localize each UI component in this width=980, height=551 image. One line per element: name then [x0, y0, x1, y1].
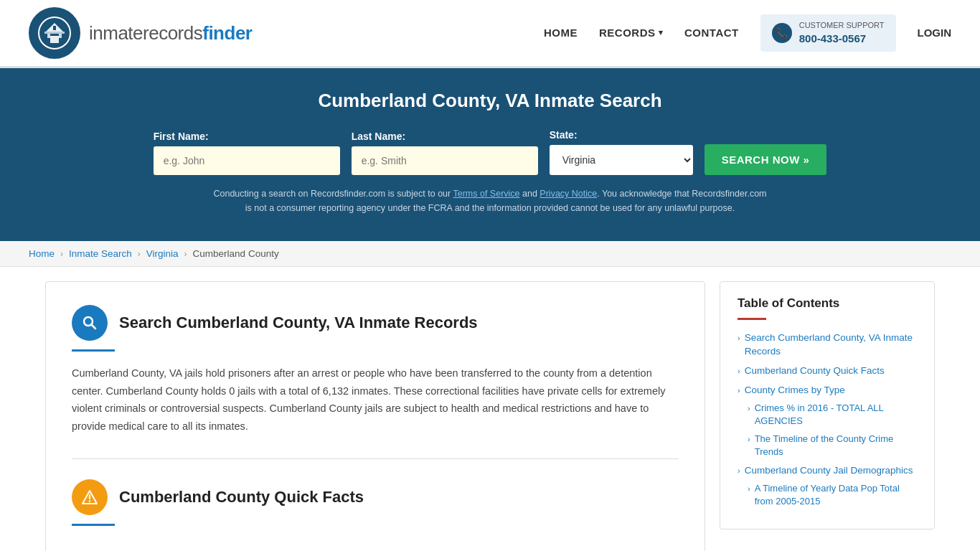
breadcrumb-sep-3: ›	[184, 249, 187, 259]
support-box: 📞 CUSTOMER SUPPORT 800-433-0567	[760, 14, 896, 52]
first-name-input[interactable]	[154, 146, 340, 175]
last-name-label: Last Name:	[352, 131, 538, 142]
last-name-group: Last Name:	[352, 131, 538, 175]
toc-sub-item-4a: › A Timeline of Yearly Data Pop Total fr…	[748, 482, 917, 508]
nav-contact[interactable]: CONTACT	[684, 27, 739, 39]
phone-icon: 📞	[772, 23, 792, 43]
disclaimer-text: Conducting a search on Recordsfinder.com…	[210, 187, 770, 215]
section1-divider	[72, 349, 115, 352]
toc-link-3[interactable]: › County Crimes by Type	[738, 384, 917, 397]
toc-chevron-2: ›	[738, 366, 740, 377]
article: Search Cumberland County, VA Inmate Reco…	[45, 281, 705, 551]
logo-area: inmaterecordsfinder	[29, 7, 252, 59]
page-title: Cumberland County, VA Inmate Search	[29, 90, 951, 112]
section2-header: Cumberland County Quick Facts	[72, 479, 679, 515]
svg-rect-5	[47, 34, 50, 38]
toc-sub-item-3b: › The Timeline of the County Crime Trend…	[748, 433, 917, 458]
toc-sublist-3: › Crimes % in 2016 - TOTAL ALL AGENCIES …	[748, 402, 917, 459]
breadcrumb-virginia[interactable]: Virginia	[146, 248, 179, 259]
sidebar: Table of Contents › Search Cumberland Co…	[720, 281, 935, 529]
toc-sub-item-3a: › Crimes % in 2016 - TOTAL ALL AGENCIES	[748, 402, 917, 428]
svg-rect-1	[50, 36, 59, 43]
alert-section-icon	[72, 479, 108, 515]
search-section-icon	[72, 305, 108, 341]
toc-item-3: › County Crimes by Type › Crimes % in 20…	[738, 384, 917, 459]
nav-records[interactable]: RECORDS ▾	[599, 27, 663, 39]
toc-item-4: › Cumberland County Jail Demographics › …	[738, 464, 917, 508]
breadcrumb-current: Cumberland County	[193, 248, 279, 259]
terms-link[interactable]: Terms of Service	[453, 189, 519, 199]
privacy-link[interactable]: Privacy Notice	[540, 189, 597, 199]
logo-text: inmaterecordsfinder	[89, 22, 252, 44]
toc-sublink-3b[interactable]: › The Timeline of the County Crime Trend…	[748, 433, 917, 458]
section1-title: Search Cumberland County, VA Inmate Reco…	[119, 314, 478, 332]
breadcrumb-sep-2: ›	[138, 249, 141, 259]
svg-line-8	[92, 325, 96, 329]
svg-rect-4	[44, 32, 65, 34]
search-button[interactable]: SEARCH NOW »	[705, 144, 827, 175]
main-nav: HOME RECORDS ▾ CONTACT 📞 CUSTOMER SUPPOR…	[544, 14, 951, 52]
site-header: inmaterecordsfinder HOME RECORDS ▾ CONTA…	[0, 0, 980, 68]
section1-header: Search Cumberland County, VA Inmate Reco…	[72, 305, 679, 341]
breadcrumb-home[interactable]: Home	[29, 248, 55, 259]
hero-section: Cumberland County, VA Inmate Search Firs…	[0, 68, 980, 241]
state-group: State: Virginia Alabama Alaska Californi…	[550, 129, 693, 175]
state-select[interactable]: Virginia Alabama Alaska California Flori…	[550, 145, 693, 175]
toc-list: › Search Cumberland County, VA Inmate Re…	[738, 331, 917, 509]
svg-rect-3	[53, 26, 56, 30]
first-name-group: First Name:	[154, 131, 340, 175]
toc-chevron-4: ›	[738, 466, 740, 476]
breadcrumb-inmate-search[interactable]: Inmate Search	[69, 248, 132, 259]
toc-sub-chevron-3a: ›	[748, 403, 750, 414]
toc-title: Table of Contents	[738, 296, 917, 311]
toc-chevron-1: ›	[738, 333, 740, 344]
toc-divider	[738, 318, 766, 320]
section2-divider	[72, 524, 115, 526]
chevron-down-icon: ▾	[659, 28, 664, 37]
section1-text: Cumberland County, VA jails hold prisone…	[72, 364, 679, 435]
toc-sublink-3a[interactable]: › Crimes % in 2016 - TOTAL ALL AGENCIES	[748, 402, 917, 428]
section2-title: Cumberland County Quick Facts	[119, 488, 364, 507]
toc-sublink-4a[interactable]: › A Timeline of Yearly Data Pop Total fr…	[748, 482, 917, 508]
toc-link-4[interactable]: › Cumberland County Jail Demographics	[738, 464, 917, 478]
search-form: First Name: Last Name: State: Virginia A…	[29, 129, 951, 175]
toc-link-1[interactable]: › Search Cumberland County, VA Inmate Re…	[738, 331, 917, 359]
toc-item-1: › Search Cumberland County, VA Inmate Re…	[738, 331, 917, 359]
toc-chevron-3: ›	[738, 385, 740, 396]
toc-item-2: › Cumberland County Quick Facts	[738, 364, 917, 378]
toc-sublist-4: › A Timeline of Yearly Data Pop Total fr…	[748, 482, 917, 508]
toc-sub-chevron-4a: ›	[748, 484, 750, 494]
first-name-label: First Name:	[154, 131, 340, 142]
inmate-records-section: Search Cumberland County, VA Inmate Reco…	[72, 305, 679, 435]
breadcrumb: Home › Inmate Search › Virginia › Cumber…	[0, 241, 980, 267]
breadcrumb-sep-1: ›	[60, 249, 63, 259]
last-name-input[interactable]	[352, 146, 538, 175]
toc-sub-chevron-3b: ›	[748, 434, 750, 445]
main-content: Search Cumberland County, VA Inmate Reco…	[31, 281, 949, 551]
svg-point-11	[89, 500, 90, 501]
quick-facts-section: Cumberland County Quick Facts	[72, 458, 679, 526]
nav-home[interactable]: HOME	[544, 27, 578, 39]
toc-link-2[interactable]: › Cumberland County Quick Facts	[738, 364, 917, 378]
support-text: CUSTOMER SUPPORT 800-433-0567	[799, 20, 885, 46]
logo-icon	[29, 7, 80, 59]
state-label: State:	[550, 129, 693, 141]
svg-rect-6	[59, 34, 62, 38]
login-button[interactable]: LOGIN	[918, 27, 952, 39]
toc-box: Table of Contents › Search Cumberland Co…	[720, 281, 935, 529]
